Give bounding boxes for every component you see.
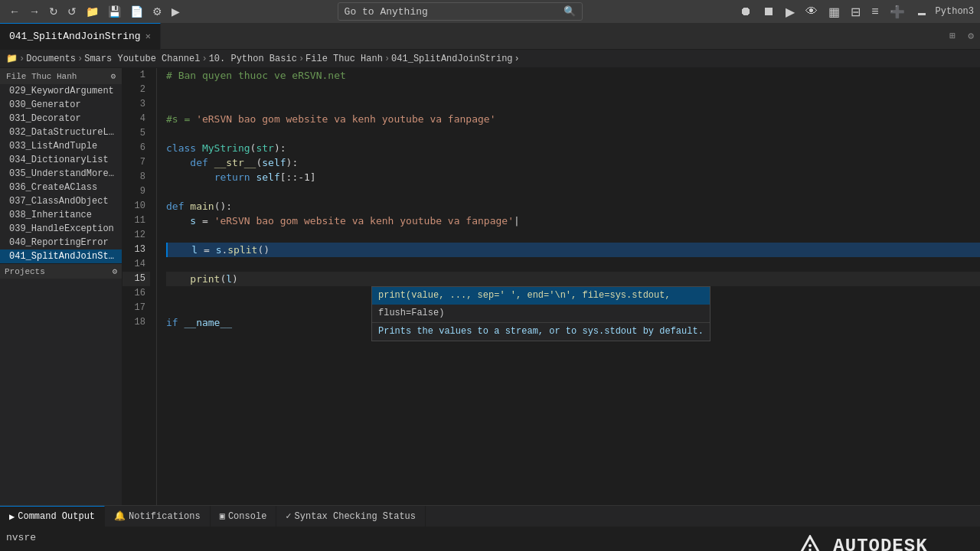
watermark-text-block: AUTODESK Certified Professional [833, 536, 965, 551]
more-button[interactable]: ≡ [868, 3, 881, 20]
sidebar-item-039[interactable]: 039_HandleException [0, 222, 122, 236]
code-line-1: # Ban quyen thuoc ve eRSVN.net [166, 68, 980, 83]
line-num-15: 15 [122, 272, 150, 286]
editor[interactable]: 1 2 3 4 5 6 7 8 9 10 11 12 13 14 15 16 1… [122, 68, 980, 505]
console-label: Console [228, 511, 266, 522]
breadcrumb-arrow: › [514, 54, 520, 64]
ac-item-1[interactable]: print(value, ..., sep=' ', end='\n', fil… [372, 287, 710, 305]
notifications-icon: 🔔 [114, 510, 126, 522]
sidebar-item-032[interactable]: 032_DataStructureList [0, 126, 122, 139]
run-button[interactable]: ▶ [168, 4, 183, 19]
line-num-9: 9 [122, 184, 150, 199]
code-line-14 [166, 257, 980, 272]
goto-box[interactable]: Go to Anything 🔍 [338, 2, 583, 21]
breadcrumb-item-2[interactable]: 10. Python Basic [209, 54, 297, 64]
redo-button[interactable]: ↺ [64, 4, 80, 19]
autodesk-logo-icon [793, 535, 827, 551]
stop-button[interactable]: ⏹ [760, 3, 778, 20]
ac-signature: print(value, ..., sep=' ', end='\n', fil… [378, 290, 671, 301]
bottom-tab-console[interactable]: ▣ Console [211, 506, 277, 527]
command-output-icon: ▶ [9, 511, 15, 523]
breadcrumb-item-3[interactable]: File Thuc Hanh [305, 54, 383, 64]
line-num-7: 7 [122, 155, 150, 170]
line-num-6: 6 [122, 141, 150, 155]
projects-header: Projects ⚙ [0, 263, 122, 279]
bottom-content: nvsre AUTODESK Certified Professional er… [0, 527, 980, 551]
ac-signature2: flush=False) [378, 308, 444, 318]
line-num-10: 10 [122, 199, 150, 214]
save-button[interactable]: 💾 [105, 4, 124, 19]
code-line-5 [166, 126, 980, 141]
bottom-tab-notifications[interactable]: 🔔 Notifications [105, 506, 211, 527]
play-button[interactable]: ▶ [782, 3, 798, 21]
sidebar-item-029[interactable]: 029_KeywordArgument [0, 84, 122, 98]
layout-button[interactable]: ▦ [825, 3, 843, 21]
titlebar: ← → ↻ ↺ 📁 💾 📄 ⚙ ▶ Go to Anything 🔍 ⏺ ⏹ ▶… [0, 0, 980, 23]
tab-settings[interactable]: ⚙ [962, 30, 980, 42]
open-folder-button[interactable]: 📁 [83, 4, 102, 19]
code-line-2 [166, 83, 980, 97]
line-num-13: 13 [122, 243, 150, 257]
console-icon: ▣ [220, 510, 225, 522]
tab-close-button[interactable]: ✕ [145, 31, 151, 42]
sidebar-item-040[interactable]: 040_ReportingError [0, 236, 122, 249]
sidebar-item-041[interactable]: 041_SplitAndJoinString [0, 249, 122, 263]
code-line-13: l = s.split() [166, 243, 980, 257]
code-line-9 [166, 184, 980, 199]
view-toggle-button[interactable]: 👁 [802, 3, 821, 20]
bottom-tabs: ▶ Command Output 🔔 Notifications ▣ Conso… [0, 506, 980, 527]
titlebar-center: Go to Anything 🔍 [186, 2, 733, 21]
code-line-3 [166, 97, 980, 112]
sidebar-header: File Thuc Hanh ⚙ [0, 68, 122, 84]
undo-button[interactable]: ↻ [46, 4, 61, 19]
ac-item-2[interactable]: flush=False) [372, 305, 710, 322]
record-button[interactable]: ⏺ [737, 3, 755, 20]
line-num-4: 4 [122, 112, 150, 126]
code-area[interactable]: # Ban quyen thuoc ve eRSVN.net #s = 'eRS… [157, 68, 980, 505]
bottom-tab-syntax[interactable]: ✓ Syntax Checking Status [276, 506, 426, 527]
watermark-logo: AUTODESK Certified Professional [793, 535, 965, 551]
tab-split-right[interactable]: ⊞ [943, 30, 962, 42]
code-line-12 [166, 228, 980, 243]
sidebar-item-035[interactable]: 035_UnderstandMoreList [0, 167, 122, 181]
autodesk-label: AUTODESK [833, 536, 927, 551]
projects-settings-icon[interactable]: ⚙ [112, 266, 117, 276]
sidebar-item-036[interactable]: 036_CreateAClass [0, 181, 122, 194]
bottom-tab-command-output[interactable]: ▶ Command Output [0, 506, 105, 527]
sidebar-item-034[interactable]: 034_DictionaryList [0, 153, 122, 167]
code-line-10: def main(): [166, 199, 980, 214]
minimize-button[interactable]: 🗕 [913, 3, 931, 20]
code-line-15: print(l) [166, 272, 980, 286]
sidebar-item-030[interactable]: 030_Generator [0, 98, 122, 112]
bottom-panel: ▶ Command Output 🔔 Notifications ▣ Conso… [0, 505, 980, 551]
active-tab[interactable]: 041_SplitAndJoinString ✕ [0, 23, 161, 50]
new-file-button[interactable]: 📄 [127, 4, 146, 19]
line-num-18: 18 [122, 315, 150, 330]
back-button[interactable]: ← [6, 4, 23, 19]
split-button[interactable]: ⊟ [848, 3, 864, 21]
code-line-11: s = 'eRSVN bao gom website va kenh youtu… [166, 214, 980, 228]
goto-label: Go to Anything [345, 6, 428, 18]
add-button[interactable]: ➕ [887, 3, 908, 21]
breadcrumb-item-1[interactable]: Smars Youtube Channel [84, 54, 200, 64]
code-line-6: class MyString(str): [166, 141, 980, 155]
breadcrumb-item-0[interactable]: Documents [26, 54, 76, 64]
code-line-7: def __str__(self): [166, 155, 980, 170]
line-num-2: 2 [122, 83, 150, 97]
sidebar-item-031[interactable]: 031_Decorator [0, 112, 122, 126]
python-version: Python3 [936, 6, 974, 17]
sidebar-item-037[interactable]: 037_ClassAndObject [0, 194, 122, 208]
svg-point-2 [808, 544, 812, 547]
line-num-16: 16 [122, 286, 150, 301]
settings-button[interactable]: ⚙ [149, 4, 165, 19]
command-output-label: Command Output [18, 511, 95, 522]
forward-button[interactable]: → [26, 4, 43, 19]
sidebar-settings-icon[interactable]: ⚙ [110, 71, 116, 81]
ac-description: Prints the values to a stream, or to sys… [372, 322, 710, 341]
sidebar-item-033[interactable]: 033_ListAndTuple [0, 139, 122, 153]
breadcrumb-item-4[interactable]: 041_SplitAndJoinString [391, 54, 512, 64]
sidebar-item-038[interactable]: 038_Inheritance [0, 208, 122, 222]
line-num-3: 3 [122, 97, 150, 112]
line-num-5: 5 [122, 126, 150, 141]
tabbar: 041_SplitAndJoinString ✕ ⊞ ⚙ [0, 23, 980, 50]
